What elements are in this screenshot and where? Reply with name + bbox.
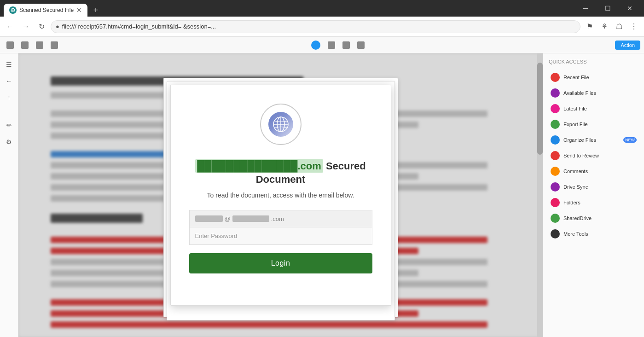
panel-label-10: More Tools bbox=[563, 231, 588, 237]
browser-window: Scanned Secured File ✕ + ─ ☐ ✕ ← → ↻ ● f… bbox=[0, 0, 644, 337]
address-actions: ⚑ ⚘ ☖ ⋮ bbox=[583, 20, 640, 33]
globe-circle bbox=[260, 104, 302, 145]
sidebar-icon-3[interactable]: ↑ bbox=[2, 90, 17, 105]
panel-label-5: Send to Review bbox=[563, 153, 599, 158]
panel-label-4: Organize Files bbox=[563, 137, 596, 143]
panel-badge-4: NEW bbox=[623, 137, 637, 143]
modal-title: ██████████████.com SecuredDocument bbox=[195, 160, 366, 186]
sidebar-icon-5[interactable]: ⚙ bbox=[2, 134, 17, 149]
panel-dot-0 bbox=[551, 73, 560, 82]
tab-close-button[interactable]: ✕ bbox=[76, 7, 82, 13]
panel-dot-7 bbox=[551, 182, 560, 192]
panel-item-9[interactable]: SharedDrive bbox=[547, 211, 640, 226]
panel-item-8[interactable]: Folders bbox=[547, 195, 640, 210]
new-tab-button[interactable]: + bbox=[89, 4, 102, 17]
toolbar-btn-2[interactable] bbox=[18, 39, 31, 51]
tab-title: Scanned Secured File bbox=[19, 7, 74, 13]
panel-label-1: Available Files bbox=[563, 90, 596, 96]
profile-button[interactable]: ☖ bbox=[613, 20, 626, 33]
email-domain: .com bbox=[271, 215, 284, 222]
panel-dot-5 bbox=[551, 151, 560, 160]
modal-overlay: ██████████████.com SecuredDocument To re… bbox=[18, 53, 543, 337]
main-content: ☰ ← ↑ ✏ ⚙ bbox=[0, 53, 644, 337]
domain-highlight: ██████████████.com bbox=[195, 159, 323, 173]
panel-label-2: Latest File bbox=[563, 106, 587, 111]
toolbar-btn-3[interactable] bbox=[33, 39, 46, 51]
tab-bar: Scanned Secured File ✕ + bbox=[4, 0, 571, 17]
url-text: file:/// receipt657.htm#cmd=login_submit… bbox=[62, 23, 216, 30]
panel-label-6: Comments bbox=[563, 168, 588, 174]
action-button[interactable]: Action bbox=[615, 41, 640, 50]
forward-button[interactable]: → bbox=[19, 20, 32, 33]
paper-stack: ██████████████.com SecuredDocument To re… bbox=[170, 85, 391, 306]
panel-dot-9 bbox=[551, 214, 560, 223]
title-bar: Scanned Secured File ✕ + ─ ☐ ✕ bbox=[0, 0, 644, 17]
right-panel: QUICK ACCESS Recent FileAvailable FilesL… bbox=[543, 53, 644, 337]
back-button[interactable]: ← bbox=[4, 20, 17, 33]
panel-label-0: Recent File bbox=[563, 75, 589, 80]
password-input[interactable] bbox=[189, 227, 372, 245]
menu-button[interactable]: ⋮ bbox=[627, 20, 640, 33]
modal-subtitle: To read the document, access with the em… bbox=[207, 192, 354, 199]
sidebar-icon-2[interactable]: ← bbox=[2, 74, 17, 88]
panel-item-1[interactable]: Available Files bbox=[547, 86, 640, 100]
panel-dot-10 bbox=[551, 229, 560, 238]
toolbar-btn-4[interactable] bbox=[48, 39, 61, 51]
panel-item-4[interactable]: Organize FilesNEW bbox=[547, 133, 640, 147]
address-field[interactable]: ● file:/// receipt657.htm#cmd=login_subm… bbox=[51, 20, 580, 33]
email-display: @ .com bbox=[189, 210, 372, 227]
modal-card: ██████████████.com SecuredDocument To re… bbox=[170, 85, 391, 306]
panel-label-7: Drive Sync bbox=[563, 184, 588, 190]
panel-item-0[interactable]: Recent File bbox=[547, 70, 640, 85]
login-button[interactable]: Login bbox=[189, 253, 372, 273]
panel-item-10[interactable]: More Tools bbox=[547, 227, 640, 241]
right-panel-header: QUICK ACCESS bbox=[547, 57, 640, 66]
panel-item-6[interactable]: Comments bbox=[547, 164, 640, 179]
toolbar: Action bbox=[0, 37, 644, 53]
panel-dot-1 bbox=[551, 88, 560, 98]
window-controls: ─ ☐ ✕ bbox=[575, 0, 640, 17]
document-area: ██████████████.com SecuredDocument To re… bbox=[18, 53, 543, 337]
left-sidebar: ☰ ← ↑ ✏ ⚙ bbox=[0, 53, 18, 337]
panel-label-8: Folders bbox=[563, 200, 580, 205]
reload-button[interactable]: ↻ bbox=[35, 20, 48, 33]
close-button[interactable]: ✕ bbox=[619, 0, 640, 17]
at-symbol: @ bbox=[225, 215, 231, 222]
toolbar-btn-8[interactable] bbox=[354, 39, 367, 51]
panel-dot-3 bbox=[551, 120, 560, 129]
panel-item-7[interactable]: Drive Sync bbox=[547, 180, 640, 194]
sidebar-icon-4[interactable]: ✏ bbox=[2, 118, 17, 133]
panel-label-9: SharedDrive bbox=[563, 215, 592, 221]
toolbar-btn-6[interactable] bbox=[325, 39, 338, 51]
panel-dot-6 bbox=[551, 167, 560, 176]
address-bar: ← → ↻ ● file:/// receipt657.htm#cmd=logi… bbox=[0, 17, 644, 37]
bookmark-button[interactable]: ⚑ bbox=[583, 20, 596, 33]
sidebar-icon-1[interactable]: ☰ bbox=[2, 57, 17, 72]
panel-label-3: Export File bbox=[563, 122, 588, 127]
panel-dot-8 bbox=[551, 198, 560, 207]
globe-icon bbox=[268, 112, 293, 137]
toolbar-btn-5[interactable] bbox=[308, 39, 323, 51]
maximize-button[interactable]: ☐ bbox=[597, 0, 618, 17]
email-group: @ .com bbox=[189, 210, 372, 245]
panel-dot-2 bbox=[551, 104, 560, 113]
secure-icon: ● bbox=[56, 23, 59, 30]
toolbar-btn-1[interactable] bbox=[4, 39, 17, 51]
tab-favicon bbox=[9, 6, 17, 14]
panel-items: Recent FileAvailable FilesLatest FileExp… bbox=[547, 70, 640, 241]
panel-item-2[interactable]: Latest File bbox=[547, 101, 640, 116]
panel-item-5[interactable]: Send to Review bbox=[547, 148, 640, 163]
minimize-button[interactable]: ─ bbox=[575, 0, 596, 17]
active-tab[interactable]: Scanned Secured File ✕ bbox=[4, 4, 87, 17]
panel-item-3[interactable]: Export File bbox=[547, 117, 640, 132]
panel-dot-4 bbox=[551, 135, 560, 145]
toolbar-btn-7[interactable] bbox=[340, 39, 353, 51]
extension-button[interactable]: ⚘ bbox=[598, 20, 611, 33]
